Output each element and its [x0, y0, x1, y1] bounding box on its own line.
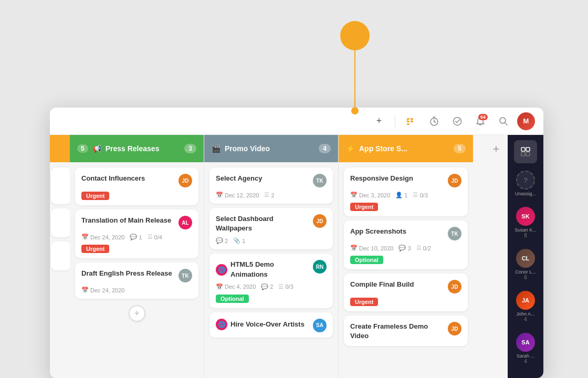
meta-date: 📅 Dec 3, 2020	[350, 192, 390, 198]
card-header: 🌐 Hire Voice-Over Artists SA	[216, 319, 327, 332]
card-hire-voiceover[interactable]: 🌐 Hire Voice-Over Artists SA	[209, 312, 333, 338]
pointer-circle	[340, 21, 370, 50]
meta-tasks-value: 0/3	[285, 284, 293, 290]
task-icon: ☰	[413, 192, 418, 198]
svg-rect-2	[407, 123, 410, 125]
sidebar-layout-button[interactable]	[514, 140, 537, 163]
meta-tasks: ☰ 0/2	[416, 245, 431, 251]
sidebar-user-john[interactable]: JA John A... 4	[514, 289, 537, 324]
conor-name: Conor L...	[515, 269, 536, 275]
card-title-area: 🌐 HTML5 Demo Animations	[216, 260, 309, 279]
layout-icon	[521, 147, 530, 156]
card-title: App Screenshots	[350, 227, 444, 236]
meta-date: 📅 Dec 12, 2020	[216, 192, 259, 198]
add-button[interactable]: +	[370, 112, 388, 131]
card-title: Hire Voice-Over Artists	[230, 320, 309, 329]
card-app-screenshots[interactable]: App Screenshots TK 📅 Dec 10, 2020 💬 3	[344, 220, 468, 269]
calendar-icon: 📅	[350, 192, 358, 198]
meta-date: 📅 Dec 4, 2020	[216, 284, 256, 290]
task-icon: ☰	[416, 245, 422, 251]
board-area: 5 📢 Press Releases 3 Contact Influencers…	[50, 135, 543, 378]
card-create-frameless[interactable]: Create Frameless Demo Video JD	[344, 316, 468, 346]
meta-comments-value: 2	[225, 238, 228, 244]
appstore-title: App Store S...	[359, 144, 407, 153]
calendar-icon: 📅	[81, 287, 89, 293]
svg-point-11	[454, 117, 461, 125]
meta-tasks-value: 2	[271, 192, 274, 198]
card-compile-final-build[interactable]: Compile Final Build JD Urgent	[344, 274, 468, 311]
card-header: Select Agency TK	[216, 174, 327, 187]
card-responsive-design[interactable]: Responsive Design JD 📅 Dec 3, 2020 👤 1	[344, 167, 468, 216]
comment-icon: 💬	[216, 237, 223, 244]
partial-card-2	[51, 208, 70, 237]
calendar-icon: 📅	[216, 284, 223, 290]
bell-button[interactable]: 64	[471, 112, 490, 131]
column-promo-video: 🎬 Promo Video 4 Select Agency TK 📅	[204, 135, 339, 378]
sarah-name: Sarah ...	[517, 353, 534, 359]
timer-icon	[429, 117, 439, 126]
search-button[interactable]	[494, 112, 513, 131]
sidebar-user-conor[interactable]: CL Conor L... 6	[513, 247, 538, 282]
conor-avatar: CL	[516, 249, 535, 268]
calendar-icon: 📅	[350, 245, 358, 251]
sidebar-user-sarah[interactable]: SA Sarah ... 4	[514, 331, 537, 366]
calendar-icon: 📅	[81, 234, 89, 240]
partial-card-1	[51, 167, 70, 204]
card-avatar: JD	[448, 174, 461, 187]
meta-attachments: 📎 1	[233, 237, 245, 244]
press-icon: 📢	[92, 144, 101, 153]
card-meta: 📅 Dec 4, 2020 💬 2 ☰ 0/3	[216, 284, 327, 290]
check-button[interactable]	[448, 112, 467, 131]
meta-tasks-value: 0/3	[419, 192, 427, 198]
card-avatar: TK	[448, 227, 461, 240]
timer-button[interactable]	[425, 112, 444, 131]
card-meta: 📅 Dec 3, 2020 👤 1 ☰ 0/3	[350, 192, 461, 198]
promo-cards-body: Select Agency TK 📅 Dec 12, 2020 ☰ 2	[204, 162, 338, 378]
meta-date-value: Dec 24, 2020	[90, 234, 124, 240]
card-html5-demo[interactable]: 🌐 HTML5 Demo Animations RN 📅 Dec 4, 2020	[209, 254, 333, 308]
card-tag-urgent: Urgent	[81, 192, 109, 200]
add-column-button[interactable]: +	[485, 135, 508, 378]
columns-container: 5 📢 Press Releases 3 Contact Influencers…	[70, 135, 485, 378]
card-translation[interactable]: Translation of Main Release AL 📅 Dec 24,…	[75, 209, 198, 258]
card-meta: 📅 Dec 12, 2020 ☰ 2	[216, 192, 327, 198]
comment-icon: 💬	[261, 284, 268, 290]
meta-comments: 💬 3	[398, 245, 411, 251]
appstore-cards-body: Responsive Design JD 📅 Dec 3, 2020 👤 1	[339, 162, 473, 378]
susan-avatar: SK	[516, 207, 535, 226]
svg-line-13	[505, 123, 507, 125]
card-contact-influencers[interactable]: Contact Influencers JD Urgent	[75, 167, 198, 205]
card-meta: 📅 Dec 10, 2020 💬 3 ☰ 0/2	[350, 245, 461, 251]
add-card-button-press[interactable]: +	[129, 305, 145, 322]
meta-tasks: ☰ 0/3	[278, 284, 293, 290]
sidebar-user-unassigned[interactable]: ? Unassig...	[513, 169, 538, 198]
user-avatar-button[interactable]: M	[517, 112, 535, 130]
card-select-agency[interactable]: Select Agency TK 📅 Dec 12, 2020 ☰ 2	[209, 167, 333, 204]
meta-tasks-value: 0/4	[154, 234, 162, 240]
card-select-dashboard[interactable]: Select Dashboard Wallpapers JD 💬 2 📎 1	[209, 208, 333, 249]
meta-users: 👤 1	[395, 192, 407, 198]
svg-line-9	[434, 122, 436, 122]
sidebar-user-susan[interactable]: SK Susan K... 8	[512, 205, 539, 240]
john-name: John A...	[516, 311, 534, 317]
column-header-promo: 🎬 Promo Video 4	[204, 135, 338, 162]
pointer-line	[354, 50, 355, 108]
promo-icon: 🎬	[212, 144, 220, 153]
press-cards-body: Contact Influencers JD Urgent Translatio…	[70, 162, 204, 378]
card-title: Translation of Main Release	[81, 216, 174, 225]
card-avatar: JD	[448, 280, 461, 293]
flow-button[interactable]	[402, 112, 421, 131]
attach-icon: 📎	[233, 237, 240, 244]
check-icon	[453, 117, 462, 126]
card-draft-english[interactable]: Draft English Press Release TK 📅 Dec 24,…	[75, 262, 198, 299]
card-header: Select Dashboard Wallpapers JD	[216, 214, 327, 233]
card-title: Create Frameless Demo Video	[350, 322, 444, 341]
press-title: Press Releases	[106, 144, 160, 153]
card-avatar: RN	[313, 260, 327, 274]
meta-attach-value: 1	[242, 238, 245, 244]
card-meta: 📅 Dec 24, 2020	[81, 287, 192, 293]
svg-rect-16	[521, 152, 525, 156]
appstore-icon: ⚡	[346, 144, 355, 153]
svg-point-12	[500, 118, 506, 123]
comment-icon: 💬	[398, 245, 406, 251]
